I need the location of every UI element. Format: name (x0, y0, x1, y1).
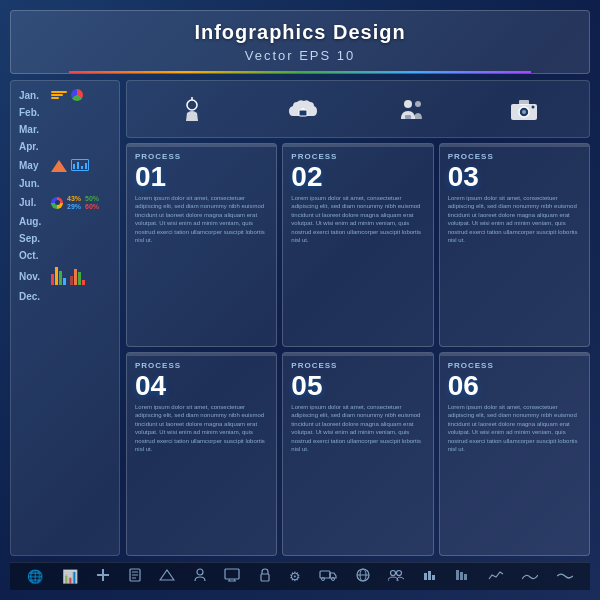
content-area: Jan. Feb. Mar. Apr. May (10, 80, 590, 556)
month-feb-row: Feb. (15, 105, 115, 120)
process-card-06: PROCESS 06 Lorem ipsum dolor sit amet, c… (439, 352, 590, 556)
month-oct-row: Oct. (15, 248, 115, 263)
sidebar: Jan. Feb. Mar. Apr. May (10, 80, 120, 556)
month-jul-row: Jul. 43% 29% 50% 60% (15, 193, 115, 212)
process-text-06: Lorem ipsum dolor sit amet, consectetuer… (448, 403, 581, 453)
month-jan-row: Jan. (15, 87, 115, 103)
process-card-04: PROCESS 04 Lorem ipsum dolor sit amet, c… (126, 352, 277, 556)
svg-marker-17 (160, 570, 174, 580)
month-jun: Jun. (19, 178, 47, 189)
process-card-03: PROCESS 03 Lorem ipsum dolor sit amet, c… (439, 143, 590, 347)
bottom-icon-chart[interactable]: 📊 (62, 569, 78, 584)
svg-point-30 (391, 571, 396, 576)
svg-point-18 (197, 569, 203, 575)
bottom-icon-truck[interactable] (319, 569, 337, 584)
svg-point-26 (332, 578, 335, 581)
process-number-02: 02 (291, 163, 424, 191)
main-container: Infographics Design Vector EPS 10 Jan. F… (0, 0, 600, 600)
bottom-icon-globe2[interactable] (356, 568, 370, 585)
month-nov-row: Nov. (15, 265, 115, 287)
month-nov: Nov. (19, 271, 47, 282)
svg-rect-37 (464, 574, 467, 580)
month-jun-row: Jun. (15, 176, 115, 191)
bar-icon-jan (51, 91, 67, 99)
svg-point-0 (187, 100, 197, 110)
month-mar: Mar. (19, 124, 47, 135)
bottom-icon-person[interactable] (194, 568, 206, 585)
process-number-03: 03 (448, 163, 581, 191)
pie-jan (71, 89, 83, 101)
nav-camera-icon[interactable] (494, 89, 554, 129)
percent-labels2-jul: 50% 60% (85, 195, 99, 210)
svg-rect-33 (428, 571, 431, 580)
icons-nav-row (126, 80, 590, 138)
svg-point-31 (397, 571, 402, 576)
month-mar-row: Mar. (15, 122, 115, 137)
process-number-04: 04 (135, 372, 268, 400)
process-number-01: 01 (135, 163, 268, 191)
svg-rect-23 (261, 574, 269, 581)
process-card-01: PROCESS 01 Lorem ipsum dolor sit amet, c… (126, 143, 277, 347)
month-apr-row: Apr. (15, 139, 115, 154)
process-label-01: PROCESS (135, 152, 268, 161)
multi-bar-nov (51, 267, 66, 285)
svg-rect-34 (432, 575, 435, 580)
svg-rect-19 (225, 569, 239, 579)
bottom-icon-mountain[interactable] (159, 569, 175, 584)
bottom-icon-bars2[interactable] (455, 569, 469, 584)
header-subtitle: Vector EPS 10 (245, 48, 356, 63)
bottom-icon-lock[interactable] (259, 568, 271, 585)
process-text-04: Lorem ipsum dolor sit amet, consectetuer… (135, 403, 268, 453)
month-apr: Apr. (19, 141, 47, 152)
nav-touch-icon[interactable] (162, 89, 222, 129)
process-label-03: PROCESS (448, 152, 581, 161)
month-jul: Jul. (19, 197, 47, 208)
mountain-icon-may (51, 158, 67, 172)
bottom-icon-people[interactable] (388, 569, 404, 584)
process-text-02: Lorem ipsum dolor sit amet, consectetuer… (291, 194, 424, 244)
donut-icon-jul (51, 197, 63, 209)
svg-point-25 (322, 578, 325, 581)
process-number-06: 06 (448, 372, 581, 400)
bottom-bar: 🌐 📊 ⚙ (10, 562, 590, 590)
header-panel: Infographics Design Vector EPS 10 (10, 10, 590, 74)
top-section: Infographics Design Vector EPS 10 (10, 10, 590, 74)
svg-point-8 (522, 110, 526, 114)
process-label-06: PROCESS (448, 361, 581, 370)
svg-rect-24 (320, 571, 330, 578)
nav-cloud-icon[interactable] (273, 89, 333, 129)
svg-point-4 (415, 101, 421, 107)
month-aug-row: Aug. (15, 214, 115, 229)
bottom-icon-wave2[interactable] (557, 569, 573, 584)
multi-bar-nov2 (70, 267, 85, 285)
month-may-row: May (15, 156, 115, 174)
nav-people-icon[interactable] (383, 89, 443, 129)
process-label-04: PROCESS (135, 361, 268, 370)
process-number-05: 05 (291, 372, 424, 400)
bottom-icon-linechart[interactable] (488, 569, 504, 584)
month-sep: Sep. (19, 233, 47, 244)
right-panels: PROCESS 01 Lorem ipsum dolor sit amet, c… (126, 80, 590, 556)
svg-rect-5 (405, 115, 411, 119)
process-card-05: PROCESS 05 Lorem ipsum dolor sit amet, c… (282, 352, 433, 556)
bottom-icon-wave[interactable] (522, 569, 538, 584)
bottom-icon-globe[interactable]: 🌐 (27, 569, 43, 584)
bottom-icon-bargraph[interactable] (423, 569, 437, 584)
process-text-03: Lorem ipsum dolor sit amet, consectetuer… (448, 194, 581, 244)
svg-rect-32 (424, 573, 427, 580)
process-label-02: PROCESS (291, 152, 424, 161)
bottom-icon-plus[interactable] (96, 568, 110, 585)
process-text-05: Lorem ipsum dolor sit amet, consectetuer… (291, 403, 424, 453)
month-sep-row: Sep. (15, 231, 115, 246)
month-dec-row: Dec. (15, 289, 115, 304)
svg-rect-35 (456, 570, 459, 580)
bottom-icon-gear[interactable]: ⚙ (289, 569, 301, 584)
process-grid: PROCESS 01 Lorem ipsum dolor sit amet, c… (126, 143, 590, 556)
bottom-icon-doc[interactable] (129, 568, 141, 585)
svg-rect-2 (299, 110, 307, 116)
month-dec: Dec. (19, 291, 47, 302)
bottom-icon-monitor[interactable] (224, 568, 240, 585)
month-aug: Aug. (19, 216, 47, 227)
process-card-02: PROCESS 02 Lorem ipsum dolor sit amet, c… (282, 143, 433, 347)
svg-rect-36 (460, 572, 463, 580)
